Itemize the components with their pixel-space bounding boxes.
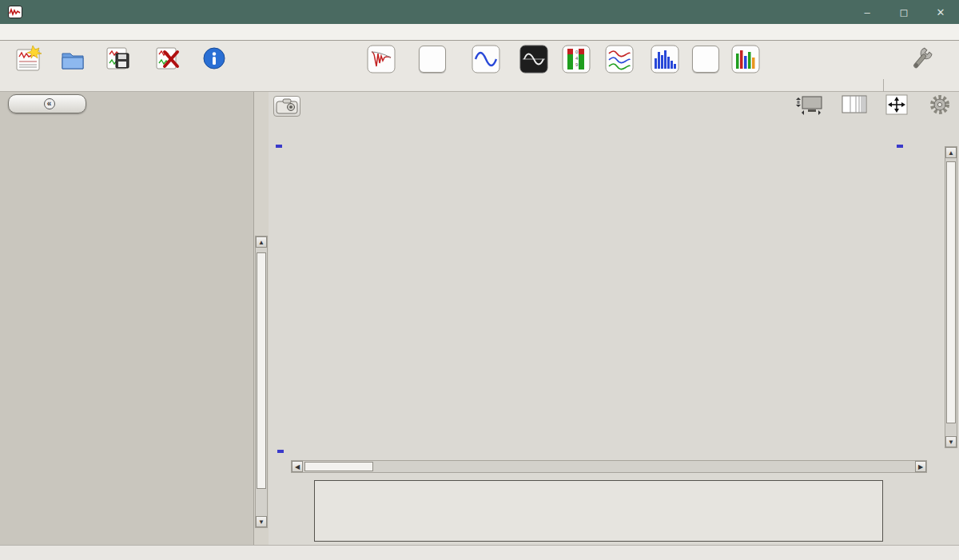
levels-icon: 049 xyxy=(561,44,591,74)
scroll-down-icon[interactable]: ▼ xyxy=(945,436,957,447)
rta-icon xyxy=(650,44,680,74)
generator-button[interactable] xyxy=(462,44,510,77)
limits-icon xyxy=(881,93,913,116)
info-icon xyxy=(199,44,229,74)
ir-windows-button[interactable] xyxy=(357,44,405,77)
overlays-button[interactable] xyxy=(595,44,643,77)
eq-icon xyxy=(690,44,721,74)
info-button[interactable] xyxy=(190,44,238,77)
ir-windows-icon xyxy=(366,44,396,74)
measure-button[interactable] xyxy=(5,44,53,77)
collapse-button[interactable]: « xyxy=(8,94,86,113)
remove-all-icon xyxy=(153,44,183,74)
plot-vscroll-thumb[interactable] xyxy=(946,161,956,423)
measurements-sidebar: « xyxy=(0,92,254,545)
scrollbars-icon xyxy=(794,93,826,116)
graph-pane: ▲ ▼ ◀ ▶ xyxy=(269,92,959,545)
generator-icon xyxy=(471,44,501,74)
scroll-up-icon[interactable]: ▲ xyxy=(256,236,267,248)
room-sim-icon xyxy=(730,44,761,74)
limits-button[interactable] xyxy=(881,93,913,117)
capture-button[interactable] xyxy=(273,96,300,117)
scrollbars-button[interactable] xyxy=(794,93,826,117)
plot-hscroll-thumb[interactable] xyxy=(304,462,373,471)
save-all-button[interactable] xyxy=(94,44,142,77)
titlebar[interactable]: – ◻ ✕ xyxy=(0,0,959,24)
scope-button[interactable] xyxy=(510,44,558,77)
minimize-button[interactable]: – xyxy=(849,0,885,24)
scroll-left-icon[interactable]: ◀ xyxy=(292,461,303,472)
measure-icon xyxy=(14,44,44,74)
overlays-icon xyxy=(604,44,635,74)
collapse-chevron-icon: « xyxy=(44,98,55,109)
preferences-button[interactable] xyxy=(897,44,945,77)
preferences-wrench-icon xyxy=(906,44,937,74)
save-all-icon xyxy=(103,44,133,74)
open-button[interactable] xyxy=(50,44,97,77)
rew-app-icon xyxy=(8,6,22,18)
remove-all-button[interactable] xyxy=(144,44,192,77)
camera-icon xyxy=(274,97,300,116)
spl-meter-button[interactable] xyxy=(408,44,456,77)
sidebar-scroll-thumb[interactable] xyxy=(257,252,266,489)
toolbar: 049 xyxy=(0,41,959,92)
trace-legend xyxy=(314,480,883,542)
plot-vertical-scrollbar[interactable]: ▲ ▼ xyxy=(945,146,957,448)
statusbar xyxy=(0,545,959,560)
scroll-right-icon[interactable]: ▶ xyxy=(915,461,926,472)
levels-button[interactable]: 049 xyxy=(552,44,600,77)
room-sim-button[interactable] xyxy=(722,44,770,77)
spl-meter-icon xyxy=(417,44,448,74)
freq-axis-icon xyxy=(838,93,869,116)
controls-gear-icon xyxy=(924,93,956,116)
scope-icon xyxy=(519,44,549,74)
maximize-button[interactable]: ◻ xyxy=(885,0,922,24)
graph-tools xyxy=(794,93,956,117)
rew-window: – ◻ ✕ xyxy=(0,0,959,560)
close-button[interactable]: ✕ xyxy=(922,0,959,24)
scroll-down-icon[interactable]: ▼ xyxy=(256,516,267,527)
scroll-up-icon[interactable]: ▲ xyxy=(945,147,957,158)
open-folder-icon xyxy=(58,44,89,74)
menubar xyxy=(0,24,959,41)
sidebar-scrollbar[interactable]: ▲ ▼ xyxy=(255,236,268,528)
spl-phase-plot[interactable] xyxy=(272,128,946,479)
freq-axis-button[interactable] xyxy=(838,93,869,117)
plot-horizontal-scrollbar[interactable]: ◀ ▶ xyxy=(291,460,927,473)
controls-button[interactable] xyxy=(924,93,956,117)
